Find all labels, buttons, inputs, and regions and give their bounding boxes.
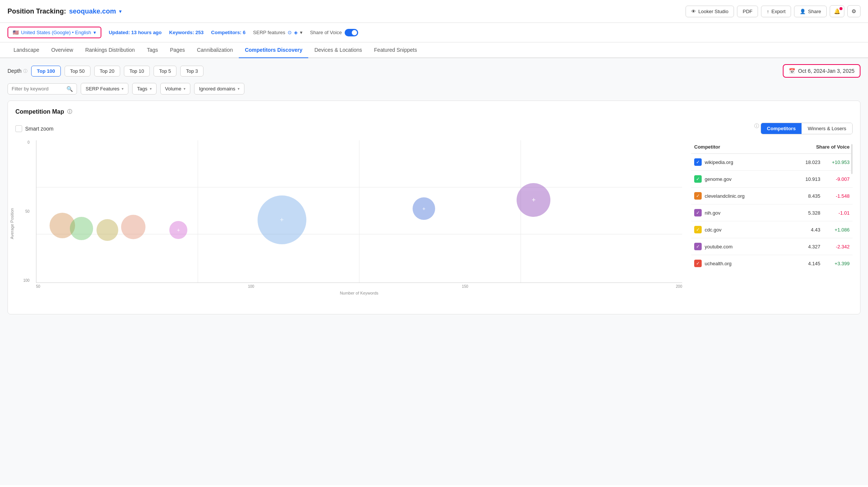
volume-filter[interactable]: Volume ▾ [160, 83, 190, 95]
depth-top-20-button[interactable]: Top 20 [94, 66, 120, 77]
view-info-icon: ⓘ [754, 123, 759, 134]
competitor-checkbox-4[interactable]: ✓ [694, 226, 702, 233]
competitors-info: Competitors: 6 [211, 30, 246, 35]
location-chevron-icon: ▾ [93, 30, 96, 35]
date-range-picker[interactable]: 📅 Oct 6, 2024-Jan 3, 2025 [783, 64, 860, 78]
sov-toggle-switch[interactable] [345, 29, 358, 36]
export-button[interactable]: ↑ Export [761, 6, 791, 17]
competitor-change-5: -2.342 [823, 244, 850, 250]
competitor-row-0: ✓ wikipedia.org 18.023 +10.953 [691, 154, 853, 171]
competitor-checkbox-1[interactable]: ✓ [694, 175, 702, 183]
competitor-value-6: 4.145 [798, 261, 820, 266]
y-axis-label: Average Position [10, 208, 14, 239]
y-label-100: 100 [23, 278, 30, 283]
nav-tab-tags[interactable]: Tags [141, 42, 164, 58]
depth-top-5-button[interactable]: Top 5 [154, 66, 177, 77]
competitor-checkbox-5[interactable]: ✓ [694, 243, 702, 250]
ignored-domains-filter[interactable]: Ignored domains ▾ [194, 83, 244, 95]
competitor-name-5: youtube.com [705, 244, 795, 250]
competitor-row-5: ✓ youtube.com 4.327 -2.342 [691, 238, 853, 255]
looker-studio-button[interactable]: 👁 Looker Studio [686, 6, 734, 17]
nav-tab-featured-snippets[interactable]: Featured Snippets [368, 42, 423, 58]
serp-diamond-icon: ◈ [294, 30, 298, 35]
nav-tab-overview[interactable]: Overview [45, 42, 79, 58]
search-icon[interactable]: 🔍 [66, 86, 73, 92]
competitor-change-3: -1.01 [823, 210, 850, 216]
notification-button[interactable]: 🔔 [830, 5, 844, 17]
depth-top-100-button[interactable]: Top 100 [31, 66, 60, 77]
nav-tab-rankings-distribution[interactable]: Rankings Distribution [79, 42, 141, 58]
nav-tab-competitors-discovery[interactable]: Competitors Discovery [239, 42, 308, 58]
competitor-checkbox-6[interactable]: ✓ [694, 260, 702, 267]
nav-tab-cannibalization[interactable]: Cannibalization [191, 42, 239, 58]
competitor-value-4: 4.43 [798, 227, 820, 233]
share-button[interactable]: 👤 Share [794, 6, 827, 17]
competitor-name-2: clevelandclinic.org [705, 193, 795, 199]
winners-losers-view-button[interactable]: Winners & Losers [802, 123, 852, 134]
keyword-filter-input[interactable] [12, 86, 64, 92]
pdf-button[interactable]: PDF [737, 6, 758, 17]
bubble-skyblue[interactable]: + [258, 195, 306, 244]
bubble-salmon[interactable] [121, 215, 146, 239]
ignored-domains-chevron-icon: ▾ [238, 87, 240, 91]
domain-chevron-icon[interactable]: ▾ [119, 8, 122, 14]
bubble-green[interactable] [70, 217, 93, 240]
notification-dot [839, 7, 842, 10]
tags-chevron-icon: ▾ [150, 87, 152, 91]
serp-chevron-icon: ▾ [300, 30, 303, 35]
competitor-change-0: +10.953 [823, 159, 850, 165]
y-label-50: 50 [23, 209, 30, 213]
smart-zoom-control: Smart zoom [15, 125, 53, 132]
table-header: Competitor Share of Voice [691, 140, 853, 154]
smart-zoom-checkbox[interactable] [15, 125, 22, 132]
chart-area: Average Position [15, 140, 682, 307]
looker-icon: 👁 [691, 9, 696, 14]
header-actions: 👁 Looker Studio PDF ↑ Export 👤 Share 🔔 ⚙ [686, 5, 860, 17]
location-selector[interactable]: 🇺🇸 United States (Google) • English ▾ [8, 27, 101, 38]
competitor-row-2: ✓ clevelandclinic.org 8.435 -1.548 [691, 188, 853, 204]
depth-row: Depth ⓘ Top 100Top 50Top 20Top 10Top 5To… [8, 64, 860, 78]
depth-top-3-button[interactable]: Top 3 [180, 66, 203, 77]
nav-tabs: LandscapeOverviewRankings DistributionTa… [0, 42, 868, 58]
competition-layout: Average Position [15, 140, 853, 307]
x-label-50: 50 [36, 284, 40, 289]
serp-features-filter[interactable]: SERP Features ▾ [81, 83, 128, 95]
depth-top-50-button[interactable]: Top 50 [65, 66, 90, 77]
domain-name[interactable]: seoquake.com [69, 8, 116, 15]
gear-icon: ⚙ [851, 8, 856, 14]
depth-top-10-button[interactable]: Top 10 [124, 66, 150, 77]
competitor-checkbox-3[interactable]: ✓ [694, 209, 702, 216]
header: Position Tracking: seoquake.com ▾ 👁 Look… [0, 0, 868, 23]
nav-tab-pages[interactable]: Pages [164, 42, 191, 58]
competitor-value-5: 4.327 [798, 244, 820, 250]
keywords-info: Keywords: 253 [169, 30, 204, 35]
bubble-orchid[interactable]: + [169, 221, 187, 239]
bubble-cornflower[interactable]: + [413, 197, 435, 220]
competitor-name-0: wikipedia.org [705, 159, 795, 165]
toggle-knob [352, 30, 357, 35]
y-axis-labels: 0 50 100 [23, 140, 30, 283]
bubble-violet[interactable]: + [517, 183, 550, 217]
x-axis-label: Number of Keywords [36, 291, 682, 295]
nav-tab-landscape[interactable]: Landscape [8, 42, 45, 58]
serp-features-chevron-icon: ▾ [122, 87, 124, 91]
competitor-change-2: -1.548 [823, 193, 850, 199]
competitors-view-button[interactable]: Competitors [761, 123, 802, 134]
competitor-checkbox-2[interactable]: ✓ [694, 192, 702, 200]
depth-info-icon: ⓘ [23, 68, 27, 74]
bubble-olive[interactable] [96, 219, 118, 241]
serp-target-icon: ⊙ [288, 30, 292, 35]
competitor-checkbox-0[interactable]: ✓ [694, 158, 702, 166]
serp-features-selector[interactable]: SERP features ⊙ ◈ ▾ [253, 30, 303, 35]
competitor-value-2: 8.435 [798, 193, 820, 199]
x-axis-labels: 50 100 150 200 [36, 283, 682, 289]
competitor-value-1: 10.913 [798, 176, 820, 182]
share-icon: 👤 [800, 9, 806, 14]
share-of-voice-toggle[interactable]: Share of Voice [310, 29, 359, 36]
view-toggle: Competitors Winners & Losers [761, 123, 853, 134]
nav-tab-devices-&-locations[interactable]: Devices & Locations [308, 42, 368, 58]
filters-row: 🔍 SERP Features ▾ Tags ▾ Volume ▾ Ignore… [8, 83, 860, 95]
settings-button[interactable]: ⚙ [847, 5, 860, 17]
table-scrollbar[interactable] [851, 144, 853, 174]
tags-filter[interactable]: Tags ▾ [132, 83, 156, 95]
